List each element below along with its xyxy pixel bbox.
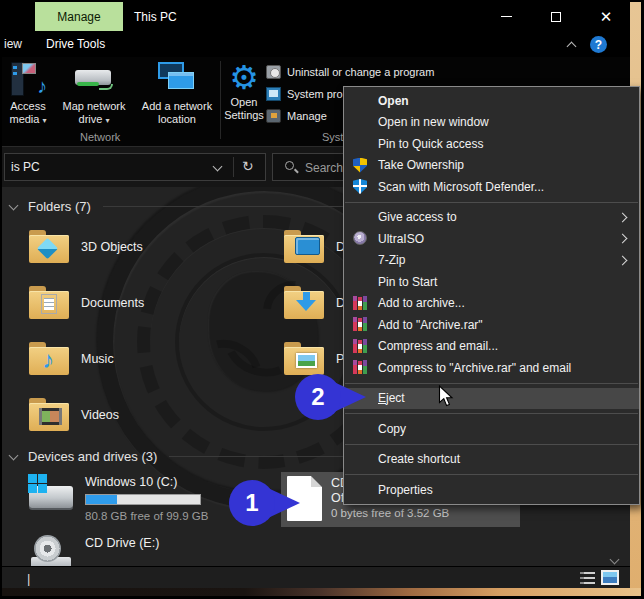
cd-drive-icon	[28, 533, 76, 566]
maximize-button[interactable]	[536, 2, 576, 31]
drive-f-free-space: 0 bytes free of 3.52 GB	[331, 506, 449, 521]
uninstall-icon	[266, 65, 281, 79]
open-settings-button[interactable]: ⚙ Open Settings	[224, 60, 264, 132]
address-separator	[233, 157, 234, 177]
help-icon: ?	[595, 38, 602, 52]
menu-item-open-new-window[interactable]: Open in new window	[344, 112, 639, 134]
details-view-icon[interactable]	[580, 572, 595, 584]
address-location-text: is PC	[11, 160, 40, 174]
menu-item-pin-quick-access[interactable]: Pin to Quick access	[344, 133, 639, 155]
winrar-icon	[353, 296, 367, 310]
address-bar[interactable]: is PC ↻	[4, 153, 266, 181]
status-bar: |	[2, 566, 630, 588]
access-media-button[interactable]: ♪ Access media ▾	[4, 60, 52, 132]
maximize-icon	[551, 12, 561, 22]
folder-documents-icon	[28, 284, 70, 322]
menu-item-pin-to-start[interactable]: Pin to Start	[344, 271, 639, 293]
add-network-location-icon	[156, 60, 198, 100]
folder-item-music[interactable]: ♪ Music	[28, 334, 268, 384]
dropdown-caret-icon: ▾	[43, 116, 47, 125]
context-menu: Open Open in new window Pin to Quick acc…	[343, 86, 640, 505]
status-text-cursor: |	[27, 571, 30, 586]
folder-videos-icon	[28, 396, 70, 434]
menu-item-compress-email[interactable]: Compress and email...	[344, 336, 639, 358]
ribbon-tabs-row: iew Drive Tools ?	[2, 31, 630, 57]
manage-icon	[266, 109, 281, 123]
collapse-section-icon	[9, 450, 19, 460]
map-network-drive-icon	[73, 60, 115, 100]
menu-separator	[345, 444, 638, 445]
system-properties-icon	[266, 87, 281, 101]
ultraiso-icon	[353, 231, 367, 245]
access-media-icon: ♪	[9, 60, 47, 100]
annotation-pin-1: 1	[228, 478, 302, 528]
address-dropdown-icon[interactable]	[213, 162, 223, 172]
folder-item-documents[interactable]: Documents	[28, 278, 268, 328]
menu-item-copy[interactable]: Copy	[344, 418, 639, 440]
menu-item-give-access[interactable]: Give access to	[344, 207, 639, 229]
menu-item-ultraiso[interactable]: UltraISO	[344, 228, 639, 250]
drive-e-name: CD Drive (E:)	[85, 536, 159, 550]
c-drive-progress-fill	[86, 495, 117, 504]
drive-c-icon	[28, 472, 76, 520]
menu-separator	[345, 383, 638, 384]
menu-item-compress-rar-email[interactable]: Compress to "Archive.rar" and email	[344, 357, 639, 379]
network-group-label: Network	[80, 131, 120, 143]
title-bar: Manage This PC ✕	[2, 2, 630, 31]
drive-c-tile[interactable]: Windows 10 (C:) 80.8 GB free of 99.9 GB	[28, 472, 208, 522]
folder-item-videos[interactable]: Videos	[28, 390, 268, 440]
add-network-location-button[interactable]: Add a network location	[136, 60, 218, 132]
drive-c-name: Windows 10 (C:)	[85, 475, 208, 489]
window-title: This PC	[134, 10, 177, 24]
collapse-ribbon-icon[interactable]	[567, 42, 577, 52]
menu-item-add-to-archive[interactable]: Add to archive...	[344, 293, 639, 315]
defender-shield-icon	[353, 179, 367, 194]
drive-c-free-space: 80.8 GB free of 99.9 GB	[85, 510, 208, 522]
settings-gear-icon: ⚙	[229, 60, 259, 96]
folder-item-3d-objects[interactable]: 3D Objects	[28, 222, 268, 272]
folder-desktop-icon	[283, 228, 325, 266]
map-network-drive-button[interactable]: Map network drive ▾	[54, 60, 134, 132]
folder-3d-objects-icon	[28, 228, 70, 266]
minimize-button[interactable]	[486, 2, 526, 31]
drive-e-tile[interactable]: CD Drive (E:)	[28, 533, 159, 566]
close-button[interactable]: ✕	[586, 2, 626, 31]
menu-separator	[345, 474, 638, 475]
menu-item-open[interactable]: Open	[344, 90, 639, 112]
manage-button[interactable]: Manage	[266, 106, 327, 126]
menu-item-add-to-archive-rar[interactable]: Add to "Archive.rar"	[344, 314, 639, 336]
menu-item-scan-defender[interactable]: Scan with Microsoft Defender...	[344, 176, 639, 198]
menu-item-eject[interactable]: Eject	[344, 388, 639, 410]
refresh-icon[interactable]: ↻	[242, 158, 254, 174]
search-icon	[285, 161, 294, 170]
svg-text:1: 1	[245, 489, 258, 516]
search-placeholder: Search	[305, 161, 343, 175]
tab-view-partial[interactable]: iew	[4, 37, 22, 51]
tab-drive-tools[interactable]: Drive Tools	[46, 37, 105, 51]
menu-item-7zip[interactable]: 7-Zip	[344, 250, 639, 272]
uac-shield-icon	[353, 158, 367, 173]
drive-c-usage-bar	[85, 494, 201, 505]
submenu-arrow-icon	[618, 234, 628, 244]
menu-separator	[345, 413, 638, 414]
menu-item-take-ownership[interactable]: Take Ownership	[344, 155, 639, 177]
menu-item-create-shortcut[interactable]: Create shortcut	[344, 449, 639, 471]
collapse-section-icon	[9, 200, 19, 210]
help-button[interactable]: ?	[590, 36, 607, 53]
svg-text:2: 2	[311, 383, 324, 410]
desktop-background-bottom	[2, 588, 641, 596]
menu-separator	[345, 202, 638, 203]
submenu-arrow-icon	[618, 255, 628, 265]
folder-music-icon: ♪	[28, 340, 70, 378]
folder-downloads-icon	[283, 284, 325, 322]
large-icons-view-icon[interactable]	[601, 570, 619, 585]
menu-item-properties[interactable]: Properties	[344, 479, 639, 501]
annotation-pin-2: 2	[294, 372, 368, 422]
screenshot: Manage This PC ✕ iew Drive Tools ? ♪ Acc…	[0, 0, 644, 599]
ribbon-divider	[220, 61, 221, 139]
dropdown-caret-icon: ▾	[105, 116, 109, 125]
tab-manage[interactable]: Manage	[35, 2, 123, 31]
windows-logo-icon	[28, 474, 47, 493]
close-icon: ✕	[600, 8, 613, 26]
uninstall-program-button[interactable]: Uninstall or change a program	[266, 62, 434, 82]
